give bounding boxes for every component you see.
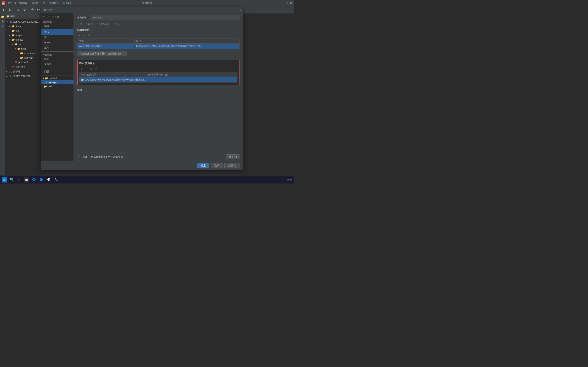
project-structure-button[interactable]: ⚙ — [16, 7, 21, 12]
tab-sources[interactable]: 源 — [77, 21, 85, 27]
minimize-button[interactable]: − — [281, 2, 284, 4]
tree-item-target[interactable]: ▶ 📂 target — [5, 33, 46, 38]
remove-module-button[interactable]: − — [54, 15, 56, 18]
tree-item-webapp[interactable]: ▶ 📂 webapp — [5, 55, 46, 60]
add-module-button[interactable]: + — [52, 15, 54, 18]
explorer-taskbar-icon[interactable]: 📁 — [24, 177, 29, 183]
tree-item-untitled[interactable]: ▼ 📂 untitled — [5, 38, 46, 42]
close-button[interactable]: × — [290, 2, 292, 4]
intellij-taskbar-icon[interactable]: 🔧 — [53, 177, 59, 183]
taskview-button[interactable]: ⧉ — [16, 177, 22, 183]
warning-row: ⚠ 'Web' 任何工件中都不包含 Facet 资源 修正(F) — [74, 153, 243, 161]
run-button[interactable]: ▶ — [1, 7, 7, 12]
tree-item-web[interactable]: ▼ ▣ web C:\Users\ZHUANG\ — [5, 20, 46, 24]
content-spacer — [74, 93, 243, 152]
nav-item-problems[interactable]: 问题 — [41, 69, 73, 75]
edit-webres-button[interactable]: ✎ — [89, 67, 94, 71]
menu-file[interactable]: 文件(F) — [6, 1, 17, 5]
chrome-taskbar-icon[interactable]: 🔵 — [38, 177, 44, 183]
deploy-row-0[interactable]: Web 模块部署描述符 C:\Users\ZHUANG\Desktop\课程作业… — [77, 44, 239, 49]
apply-button[interactable]: 应用(A) — [224, 163, 240, 168]
dialog-tree-item-web[interactable]: 📁 web — [41, 84, 73, 89]
taskbar-clock: 23:39 — [287, 178, 292, 181]
name-input[interactable] — [91, 15, 240, 20]
help-webres-button[interactable]: ? — [94, 67, 98, 71]
tab-paths[interactable]: 路径 — [85, 21, 96, 27]
tree-label-idea: .idea — [16, 25, 21, 28]
xml-icon-pom-nested: M — [14, 60, 17, 64]
debug-button[interactable]: 🐛 — [7, 7, 13, 12]
title-bar: IJ 文件(F) 编辑(E) 视图(V) 导 项目结构 🌐 web 项目结构 −… — [0, 0, 294, 6]
tree-item-external-libs[interactable]: ▶ ⋮⋮ 外部库 — [5, 69, 46, 74]
tree-item-pom-nested[interactable]: ▶ M pom.xml — [5, 60, 46, 64]
settings-button[interactable]: ⚙ — [22, 7, 27, 12]
dialog-close-button[interactable]: × — [240, 8, 241, 12]
tree-item-idea[interactable]: ▶ 📂 .idea — [5, 24, 46, 29]
menu-navigate[interactable]: 导 — [42, 1, 47, 5]
structure-icon[interactable]: ☰ — [0, 19, 5, 24]
edge-taskbar-icon[interactable]: 🌐 — [31, 177, 37, 183]
edit-deploy-button[interactable]: ✎ — [87, 33, 91, 38]
tree-label-pom-nested: pom.xml — [18, 61, 27, 64]
bookmark-icon[interactable]: ⚑ — [0, 24, 5, 29]
nav-item-modules[interactable]: 模块 — [41, 29, 73, 35]
folder-icon-main: 📂 — [17, 47, 20, 50]
webres-row-0[interactable]: 📁 C:\Users\ZHUANG\Desktop\课程作业\Web编程技术\第… — [79, 77, 237, 83]
remove-deploy-button[interactable]: − — [82, 33, 86, 38]
tab-web[interactable]: Web — [112, 21, 122, 27]
nav-label-libraries: 库 — [44, 36, 47, 39]
add-webres-button[interactable]: + — [79, 67, 84, 71]
project-view-icon[interactable]: 📁 — [0, 14, 5, 19]
start-button[interactable]: ⊞ — [2, 177, 7, 183]
tree-item-src[interactable]: ▶ 📂 src — [5, 29, 46, 33]
tree-item-scratch[interactable]: ▶ ⚙ 临时文件和控制台 — [5, 74, 46, 78]
menu-project-structure[interactable]: 项目结构 — [48, 1, 61, 5]
wechat-taskbar-icon[interactable]: 💬 — [46, 177, 52, 183]
menu-bar: 文件(F) 编辑(E) 视图(V) 导 项目结构 — [6, 1, 61, 5]
nav-item-global-libs[interactable]: 全局库 — [41, 62, 73, 67]
nav-item-sdk[interactable]: SDK — [41, 57, 73, 62]
nav-item-libraries[interactable]: 库 — [41, 35, 73, 40]
tree-label-resources: resources — [24, 52, 35, 55]
copy-module-button[interactable]: ⧉ — [57, 15, 59, 18]
folder-icon-idea: 📂 — [11, 25, 15, 28]
nav-item-artifacts[interactable]: 工件 — [41, 45, 73, 50]
nav-back-button[interactable]: ← — [42, 15, 46, 18]
tree-item-main[interactable]: ▼ 📂 main — [5, 47, 46, 51]
folder-icon-dlg-untitled: 📁 — [45, 77, 48, 80]
folder-icon-webapp: 📂 — [20, 56, 23, 59]
chevron-down-icon[interactable]: ▼ — [16, 15, 18, 17]
dialog-tree-item-untitled[interactable]: ▶ 📁 untitled — [41, 76, 73, 80]
name-label: 名称(M): — [77, 16, 89, 19]
source-root-header: 源根 — [74, 87, 243, 93]
warning-text: 'Web' 任何工件中都不包含 Facet 资源 — [82, 155, 225, 159]
cancel-button[interactable]: 取消 — [211, 163, 223, 168]
dialog-nav-top: ← → + − ⧉ — [41, 14, 73, 19]
tree-item-resources[interactable]: ▶ 📂 resources — [5, 51, 46, 55]
arrow-untitled-src: ▼ — [11, 43, 14, 45]
tab-dependencies[interactable]: 依赖关系 — [96, 21, 112, 27]
remove-webres-button[interactable]: − — [84, 67, 89, 71]
maximize-button[interactable]: □ — [285, 2, 288, 4]
nav-label-facets: Facet — [44, 41, 51, 44]
warning-icon: ⚠ — [77, 155, 80, 159]
menu-edit[interactable]: 编辑(E) — [18, 1, 29, 5]
project-label: 项目 — [10, 15, 15, 18]
nav-item-facets[interactable]: Facet — [41, 40, 73, 45]
add-descriptor-button[interactable]: 添加应用程序和服务器特定的描述符(S)... — [77, 51, 127, 56]
add-deploy-button[interactable]: + — [77, 33, 82, 38]
project-panel-header: 📁 项目 ▼ — [5, 13, 46, 19]
search-button[interactable]: 🔍 — [30, 7, 35, 12]
tree-item-pom-root[interactable]: ▶ M pom.xml — [5, 64, 46, 69]
fix-button[interactable]: 修正(F) — [226, 154, 240, 159]
webres-table-header: Web 资源目录 相对于部署根的路径 — [79, 72, 237, 77]
deploy-toolbar: + − ✎ — [74, 33, 243, 38]
search-taskbar-button[interactable]: 🔍 — [9, 177, 15, 183]
nav-forward-button[interactable]: → — [47, 15, 51, 18]
menu-view[interactable]: 视图(V) — [30, 1, 41, 5]
nav-item-project[interactable]: 项目 — [41, 24, 73, 29]
deploy-cell-path-0: C:\Users\ZHUANG\Desktop\课程作业\Web编程技术\第二章… — [135, 44, 239, 49]
confirm-button[interactable]: 确定 — [198, 163, 209, 168]
dialog-tree-item-webapp[interactable]: ◉ webapp — [41, 80, 73, 84]
tree-item-untitled-src[interactable]: ▼ 📂 src — [5, 42, 46, 47]
